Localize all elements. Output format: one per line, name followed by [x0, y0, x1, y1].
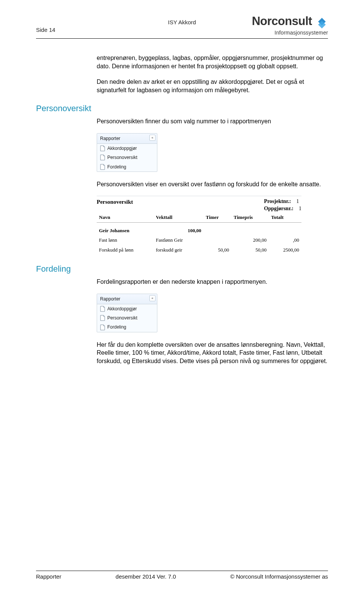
panel-item-fordeling[interactable]: Fordeling	[97, 162, 157, 171]
table-row-person: Geir Johansen 100,00	[97, 226, 301, 236]
header-divider	[36, 38, 328, 39]
report-meta-label: Prosjektnr.:	[264, 198, 291, 204]
panel-title: Rapporter	[100, 296, 120, 302]
panel-item-fordeling[interactable]: Fordeling	[97, 322, 157, 332]
section-heading-personoversikt: Personoversikt	[36, 104, 328, 113]
app-title: ISY Akkord	[168, 19, 196, 28]
col-navn: Navn	[97, 212, 154, 222]
rapporter-panel: Rapporter « Akkordoppgjør Personoversikt…	[97, 133, 157, 172]
footer-center: desember 2014 Ver. 7.0	[116, 573, 176, 580]
paragraph: Personoversikten viser en oversikt over …	[97, 180, 328, 189]
cell-desc: Fastlønn Geir	[154, 235, 204, 245]
brand-name: Norconsult	[252, 14, 312, 28]
collapse-icon[interactable]: «	[149, 295, 155, 301]
page-footer: Rapporter desember 2014 Ver. 7.0 © Norco…	[36, 571, 328, 580]
panel-item-akkordoppgjor[interactable]: Akkordoppgjør	[97, 304, 157, 313]
panel-item-label: Fordeling	[107, 164, 126, 170]
section-heading-fordeling: Fordeling	[36, 264, 328, 274]
paragraph: Den nedre delen av arket er en oppstilli…	[97, 78, 328, 94]
panel-header[interactable]: Rapporter «	[97, 134, 157, 144]
col-timepris: Timepris	[231, 212, 269, 222]
document-icon	[100, 145, 105, 151]
document-icon	[100, 324, 105, 330]
personoversikt-report-preview: Prosjektnr.:1 Oppgjørsnr.:1 Personoversi…	[97, 196, 301, 255]
rapporter-panel: Rapporter « Akkordoppgjør Personoversikt…	[97, 294, 157, 332]
document-icon	[100, 306, 105, 312]
report-meta-value: 1	[299, 205, 301, 212]
cell-timer: 50,00	[204, 245, 232, 255]
document-icon	[100, 164, 105, 170]
col-timer: Timer	[204, 212, 232, 222]
table-row: Fast lønn Fastlønn Geir 200,00 ,00	[97, 235, 301, 245]
cell-label: Forskudd på lønn	[97, 245, 154, 255]
panel-header[interactable]: Rapporter «	[97, 294, 157, 304]
cell-vekttall: 100,00	[154, 226, 204, 236]
cell-timer	[204, 235, 232, 245]
panel-item-label: Personoversikt	[107, 154, 137, 160]
document-icon	[100, 154, 105, 160]
footer-left: Rapporter	[36, 573, 61, 580]
page-number: Side 14	[36, 27, 55, 35]
brand-subtitle: Informasjonssystemer	[252, 30, 328, 35]
table-row: Forskudd på lønn forskudd geir 50,00 50,…	[97, 245, 301, 255]
body-content: entreprenøren, byggeplass, lagbas, oppmå…	[36, 54, 328, 94]
cell-label: Fast lønn	[97, 235, 154, 245]
cell-timepris: 200,00	[231, 235, 269, 245]
cell-timepris: 50,00	[231, 245, 269, 255]
col-vekttall: Vekttall	[154, 212, 204, 222]
panel-item-label: Fordeling	[107, 324, 126, 330]
panel-item-personoversikt[interactable]: Personoversikt	[97, 153, 157, 162]
panel-item-label: Akkordoppgjør	[107, 145, 137, 151]
footer-right: © Norconsult Informasjonssystemer as	[230, 573, 328, 580]
paragraph: Her får du den komplette oversikten over…	[97, 341, 328, 365]
cell-totalt: ,00	[269, 235, 301, 245]
col-totalt: Totalt	[269, 212, 301, 222]
page-header: Side 14 ISY Akkord Norconsult Informasjo…	[36, 15, 328, 35]
diamond-icon	[316, 17, 328, 30]
cell-desc: forskudd geir	[154, 245, 204, 255]
panel-item-akkordoppgjor[interactable]: Akkordoppgjør	[97, 144, 157, 153]
cell-navn: Geir Johansen	[97, 226, 154, 236]
report-meta: Prosjektnr.:1 Oppgjørsnr.:1	[264, 198, 301, 212]
cell-totalt: 2500,00	[269, 245, 301, 255]
report-table: Navn Vekttall Timer Timepris Totalt Geir…	[97, 212, 301, 255]
report-meta-value: 1	[297, 198, 299, 205]
footer-divider	[36, 571, 328, 571]
panel-title: Rapporter	[100, 136, 120, 141]
paragraph: entreprenøren, byggeplass, lagbas, oppmå…	[97, 54, 328, 70]
panel-item-label: Akkordoppgjør	[107, 306, 137, 312]
brand-logo: Norconsult Informasjonssystemer	[252, 15, 328, 35]
panel-item-label: Personoversikt	[107, 315, 137, 321]
paragraph: Personoversikten finner du som valg numm…	[97, 117, 328, 126]
report-meta-label: Oppgjørsnr.:	[264, 206, 293, 211]
document-icon	[100, 315, 105, 321]
paragraph: Fordelingsrapporten er den nederste knap…	[97, 278, 328, 286]
collapse-icon[interactable]: «	[149, 135, 155, 141]
panel-item-personoversikt[interactable]: Personoversikt	[97, 313, 157, 322]
